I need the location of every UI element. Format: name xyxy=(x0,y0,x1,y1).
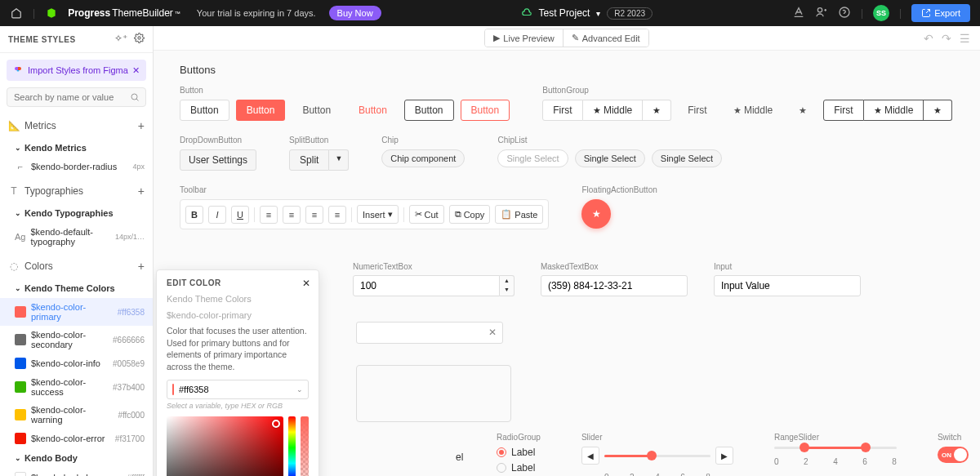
button-group-flat[interactable]: First ★ Middle ★ xyxy=(678,100,817,120)
slider-decrease[interactable]: ◀ xyxy=(581,447,599,465)
switch[interactable]: ON xyxy=(938,447,969,463)
spin-up-icon[interactable]: ▲ xyxy=(500,276,514,285)
button-primary[interactable]: Button xyxy=(236,100,286,121)
copy-button[interactable]: ⧉ Copy xyxy=(449,205,491,224)
chip[interactable]: Chip component xyxy=(381,149,465,167)
popup-description: Color that focuses the user attention. U… xyxy=(167,325,309,373)
search-input[interactable] xyxy=(7,87,146,107)
chevron-down-icon[interactable]: ⌄ xyxy=(296,385,303,394)
chip-item[interactable]: Single Select xyxy=(497,149,568,167)
redo-icon[interactable]: ↷ xyxy=(942,32,951,45)
color-item[interactable]: $kendo-color-error#f31700 xyxy=(0,429,153,448)
cut-button[interactable]: ✂ Cut xyxy=(409,205,444,224)
bold-button[interactable]: B xyxy=(185,206,203,224)
color-item[interactable]: $kendo-color-secondary#666666 xyxy=(0,326,153,354)
color-item[interactable]: $kendo-color-success#37b400 xyxy=(0,373,153,401)
button-group-solid[interactable]: First ★ Middle ★ xyxy=(542,100,671,121)
add-user-icon[interactable] xyxy=(815,6,828,21)
align-center-button[interactable]: ≡ xyxy=(283,206,301,224)
buy-now-button[interactable]: Buy Now xyxy=(329,6,381,20)
saturation-picker[interactable] xyxy=(167,416,283,476)
close-icon[interactable]: ✕ xyxy=(302,278,310,289)
color-item[interactable]: $kendo-body-bg#ffffff xyxy=(0,468,153,476)
spin-down-icon[interactable]: ▼ xyxy=(500,285,514,294)
chevron-down-icon[interactable]: ▾ xyxy=(596,9,600,18)
button-outline[interactable]: Button xyxy=(404,100,454,121)
button-flat[interactable]: Button xyxy=(292,100,341,121)
export-button[interactable]: Export xyxy=(911,4,970,22)
close-icon[interactable]: ✕ xyxy=(132,65,140,76)
section-typographies[interactable]: TTypographies + xyxy=(0,179,153,203)
text-input[interactable] xyxy=(714,275,861,296)
button-flat-primary[interactable]: Button xyxy=(348,100,398,121)
hue-slider[interactable] xyxy=(288,416,296,476)
plus-icon[interactable]: + xyxy=(138,260,145,273)
italic-button[interactable]: I xyxy=(208,206,226,224)
color-item[interactable]: $kendo-color-warning#ffc000 xyxy=(0,401,153,429)
section-colors[interactable]: ◌Colors + xyxy=(0,254,153,278)
subsection-kendo-theme-colors[interactable]: ⌄Kendo Theme Colors xyxy=(0,278,153,298)
sidebar-header: THEME STYLES ✧⁺ xyxy=(0,26,153,53)
radio-option[interactable]: Label xyxy=(497,447,541,458)
slider-increase[interactable]: ▶ xyxy=(715,447,733,465)
slider[interactable]: ◀ ▶ xyxy=(581,447,733,465)
item-border-radius[interactable]: ⌐ $kendo-border-radius 4px xyxy=(0,158,153,176)
clear-icon[interactable]: ✕ xyxy=(488,327,497,338)
home-icon[interactable] xyxy=(10,7,23,20)
split-button[interactable]: Split▼ xyxy=(289,149,349,171)
numeric-textbox[interactable]: ▲▼ xyxy=(353,275,514,296)
plus-icon[interactable]: + xyxy=(138,119,145,132)
list-icon[interactable]: ☰ xyxy=(960,32,970,45)
button-outline-primary[interactable]: Button xyxy=(461,100,510,121)
alpha-slider[interactable] xyxy=(301,416,309,476)
textarea[interactable] xyxy=(356,365,511,422)
chip-item[interactable]: Single Select xyxy=(575,149,645,167)
align-right-button[interactable]: ≡ xyxy=(305,206,323,224)
topbar: | Progress ThemeBuilder ™ Your trial is … xyxy=(0,0,980,26)
advanced-edit-button[interactable]: ✎Advanced Edit xyxy=(564,29,648,47)
color-swatch xyxy=(15,358,26,369)
range-slider[interactable] xyxy=(774,447,897,449)
subsection-kendo-typographies[interactable]: ⌄Kendo Typographies xyxy=(0,203,153,223)
align-left-button[interactable]: ≡ xyxy=(260,206,278,224)
subsection-kendo-metrics[interactable]: ⌄Kendo Metrics xyxy=(0,138,153,158)
avatar[interactable]: SS xyxy=(873,5,889,21)
align-justify-button[interactable]: ≡ xyxy=(328,206,346,224)
plus-icon[interactable]: + xyxy=(138,185,145,198)
button-default[interactable]: Button xyxy=(180,100,229,121)
paste-button[interactable]: 📋 Paste xyxy=(495,205,543,224)
release-badge[interactable]: R2 2023 xyxy=(607,7,653,20)
button-group-outline[interactable]: First ★ Middle ★ xyxy=(823,100,952,121)
color-item[interactable]: $kendo-color-primary#ff6358 xyxy=(0,298,153,326)
undo-icon[interactable]: ↶ xyxy=(924,32,933,45)
figma-import-banner[interactable]: Import Styles from Figma ✕ xyxy=(7,60,146,81)
color-swatch xyxy=(15,433,26,444)
buttons-heading: Buttons xyxy=(180,64,954,76)
search-icon[interactable] xyxy=(130,92,140,104)
radio-option[interactable]: Label xyxy=(497,462,541,474)
underline-button[interactable]: U xyxy=(231,206,249,224)
color-item[interactable]: $kendo-color-info#0058e9 xyxy=(0,354,153,373)
item-default-typography[interactable]: Ag $kendo-default-typography 14px/1… xyxy=(0,223,153,251)
edit-color-popup: EDIT COLOR ✕ Kendo Theme Colors $kendo-c… xyxy=(156,269,319,476)
theme-icon[interactable] xyxy=(792,6,805,21)
subsection-kendo-body[interactable]: ⌄Kendo Body xyxy=(0,448,153,468)
project-name[interactable]: Test Project xyxy=(539,7,590,19)
live-preview-button[interactable]: ▶Live Preview xyxy=(485,29,563,47)
popup-title: EDIT COLOR xyxy=(167,278,309,287)
chip-item[interactable]: Single Select xyxy=(652,149,722,167)
popup-category: Kendo Theme Colors xyxy=(167,294,309,304)
gear-icon[interactable] xyxy=(134,33,145,46)
color-swatch xyxy=(15,306,26,318)
color-input[interactable]: ⌄ xyxy=(167,380,309,399)
svg-point-0 xyxy=(817,7,822,11)
insert-button[interactable]: Insert ▾ xyxy=(357,205,399,224)
help-icon[interactable] xyxy=(838,6,851,21)
dropdown-button[interactable]: User Settings xyxy=(180,149,256,171)
masked-textbox[interactable] xyxy=(541,275,688,296)
color-swatch xyxy=(15,334,26,345)
magic-wand-icon[interactable]: ✧⁺ xyxy=(114,33,127,46)
cloud-sync-icon xyxy=(521,7,532,20)
section-metrics[interactable]: 📐Metrics + xyxy=(0,113,153,138)
fab[interactable]: ★ xyxy=(581,199,611,229)
